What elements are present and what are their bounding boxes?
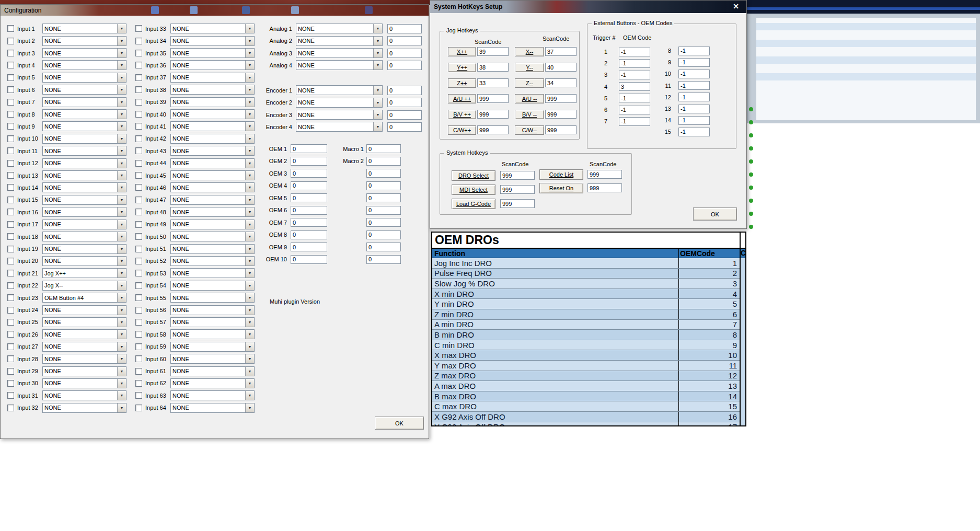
analog-select[interactable]: NONE▼ <box>296 24 383 33</box>
input-checkbox[interactable] <box>7 160 14 167</box>
input-checkbox[interactable] <box>7 405 14 411</box>
encoder-value-field[interactable]: 0 <box>387 86 422 95</box>
table-row[interactable]: B min DRO8 <box>432 330 740 340</box>
oem-code-field[interactable]: -1 <box>619 117 650 126</box>
input-checkbox[interactable] <box>7 380 14 387</box>
jog-minus-scancode-field[interactable]: 37 <box>545 47 577 56</box>
system-scancode-field[interactable]: 999 <box>500 199 535 208</box>
system-scancode-field[interactable]: 999 <box>587 183 622 192</box>
oem-code-field[interactable]: -1 <box>619 48 650 56</box>
chevron-down-icon[interactable]: ▼ <box>373 37 382 45</box>
chevron-down-icon[interactable]: ▼ <box>245 281 254 290</box>
chevron-down-icon[interactable]: ▼ <box>245 293 254 302</box>
input-select[interactable]: NONE▼ <box>170 73 255 83</box>
oem-extra-field[interactable]: 0 <box>366 193 401 202</box>
jog-minus-button[interactable]: Z-- <box>515 78 544 88</box>
input-select[interactable]: NONE▼ <box>42 329 126 339</box>
chevron-down-icon[interactable]: ▼ <box>245 379 254 388</box>
chevron-down-icon[interactable]: ▼ <box>117 232 126 241</box>
chevron-down-icon[interactable]: ▼ <box>117 318 126 327</box>
input-checkbox[interactable] <box>135 111 142 118</box>
input-select[interactable]: NONE▼ <box>42 170 126 180</box>
jog-plus-scancode-field[interactable]: 999 <box>477 94 509 103</box>
input-select[interactable]: NONE▼ <box>42 182 126 192</box>
input-checkbox[interactable] <box>7 86 14 93</box>
input-select[interactable]: NONE▼ <box>42 121 126 131</box>
input-checkbox[interactable] <box>7 99 14 106</box>
input-checkbox[interactable] <box>7 270 14 276</box>
input-checkbox[interactable] <box>7 331 14 338</box>
input-checkbox[interactable] <box>135 86 142 93</box>
chevron-down-icon[interactable]: ▼ <box>245 354 254 363</box>
chevron-down-icon[interactable]: ▼ <box>117 159 126 168</box>
input-checkbox[interactable] <box>135 282 142 289</box>
input-select[interactable]: NONE▼ <box>42 220 126 229</box>
table-row[interactable]: Jog Inc Inc DRO1 <box>432 258 740 269</box>
input-checkbox[interactable] <box>135 25 142 32</box>
input-checkbox[interactable] <box>7 147 14 154</box>
input-select[interactable]: NONE▼ <box>42 60 126 70</box>
oem-extra-field[interactable]: 0 <box>366 230 401 239</box>
chevron-down-icon[interactable]: ▼ <box>245 342 254 351</box>
input-checkbox[interactable] <box>7 50 14 56</box>
input-select[interactable]: NONE▼ <box>42 158 126 168</box>
jog-plus-button[interactable]: C/W++ <box>448 125 476 135</box>
input-select[interactable]: NONE▼ <box>170 317 255 327</box>
oem-code-field[interactable]: -1 <box>678 58 710 67</box>
chevron-down-icon[interactable]: ▼ <box>117 24 126 33</box>
chevron-down-icon[interactable]: ▼ <box>117 122 126 131</box>
input-select[interactable]: NONE▼ <box>170 390 255 400</box>
input-checkbox[interactable] <box>135 160 142 167</box>
input-select[interactable]: NONE▼ <box>170 403 255 413</box>
input-checkbox[interactable] <box>135 221 142 228</box>
oem-value-field[interactable]: 0 <box>291 157 327 166</box>
analog-value-field[interactable]: 0 <box>387 49 422 58</box>
oem-value-field[interactable]: 0 <box>291 144 327 153</box>
oem-extra-field[interactable]: 0 <box>366 206 401 215</box>
input-checkbox[interactable] <box>135 246 142 252</box>
input-select[interactable]: NONE▼ <box>42 207 126 217</box>
input-select[interactable]: NONE▼ <box>42 244 126 254</box>
input-checkbox[interactable] <box>135 197 142 203</box>
table-row[interactable]: Pulse Freq DRO2 <box>432 269 740 279</box>
input-checkbox[interactable] <box>135 147 142 154</box>
analog-select[interactable]: NONE▼ <box>296 36 383 46</box>
chevron-down-icon[interactable]: ▼ <box>117 379 126 388</box>
chevron-down-icon[interactable]: ▼ <box>117 110 126 119</box>
oem-value-field[interactable]: 0 <box>291 169 327 178</box>
jog-minus-button[interactable]: Y-- <box>515 63 544 72</box>
input-checkbox[interactable] <box>7 135 14 142</box>
oem-code-field[interactable]: -1 <box>619 59 650 68</box>
input-checkbox[interactable] <box>7 246 14 252</box>
input-checkbox[interactable] <box>7 355 14 362</box>
input-select[interactable]: NONE▼ <box>42 24 126 33</box>
chevron-down-icon[interactable]: ▼ <box>117 269 126 278</box>
oem-extra-field[interactable]: 0 <box>366 169 401 178</box>
input-select[interactable]: NONE▼ <box>42 305 126 315</box>
table-row[interactable]: B max DRO14 <box>432 391 740 402</box>
input-checkbox[interactable] <box>7 233 14 240</box>
encoder-value-field[interactable]: 0 <box>387 98 422 107</box>
input-select[interactable]: NONE▼ <box>42 378 126 388</box>
chevron-down-icon[interactable]: ▼ <box>117 293 126 302</box>
input-checkbox[interactable] <box>7 319 14 326</box>
input-select[interactable]: NONE▼ <box>170 281 255 291</box>
input-checkbox[interactable] <box>135 62 142 68</box>
chevron-down-icon[interactable]: ▼ <box>117 37 126 45</box>
input-checkbox[interactable] <box>135 355 142 362</box>
table-row[interactable]: Y G92 Axis Off DRO17 <box>432 422 740 427</box>
input-checkbox[interactable] <box>7 392 14 399</box>
ok-button[interactable]: OK <box>375 417 424 430</box>
input-select[interactable]: OEM Button #4▼ <box>42 293 126 303</box>
encoder-select[interactable]: NONE▼ <box>296 122 383 132</box>
input-select[interactable]: NONE▼ <box>170 378 255 388</box>
input-select[interactable]: NONE▼ <box>42 146 126 156</box>
input-checkbox[interactable] <box>135 74 142 81</box>
input-select[interactable]: NONE▼ <box>42 109 126 119</box>
jog-minus-button[interactable]: X-- <box>515 47 544 56</box>
oem-code-field[interactable]: -1 <box>678 81 710 90</box>
input-select[interactable]: NONE▼ <box>42 256 126 266</box>
oem-value-field[interactable]: 0 <box>291 181 327 190</box>
input-checkbox[interactable] <box>135 184 142 191</box>
chevron-down-icon[interactable]: ▼ <box>373 98 382 107</box>
